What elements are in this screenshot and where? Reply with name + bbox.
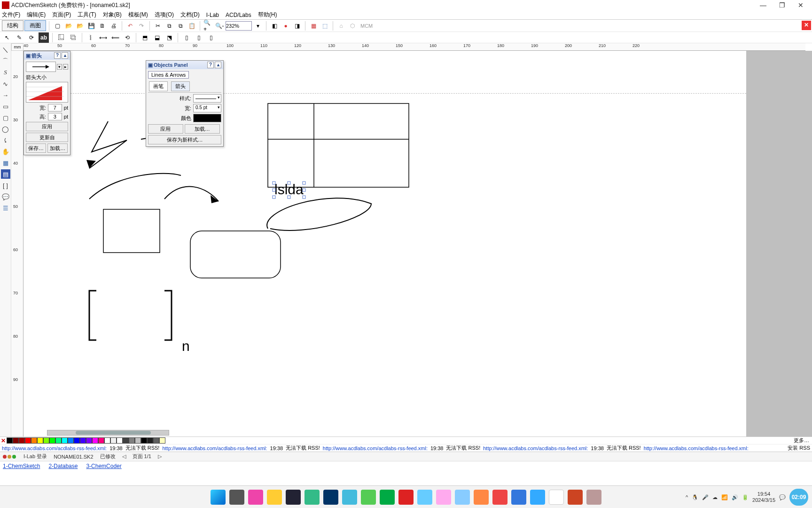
color-swatch[interactable] [74, 437, 80, 444]
pen-width-select[interactable]: 0.5 pt [193, 104, 221, 112]
curve-arrow[interactable] [164, 187, 219, 201]
menu-edit[interactable]: 编辑(E) [27, 11, 46, 19]
arrow-style-dropdown-icon[interactable]: ▾ [57, 64, 62, 70]
objects-load-button[interactable]: 加载… [185, 124, 220, 134]
menu-tools[interactable]: 工具(T) [78, 11, 96, 19]
app-icon-3[interactable] [304, 490, 320, 505]
zoom-input[interactable] [226, 21, 252, 31]
minimize-button[interactable]: — [754, 0, 773, 10]
no-color-icon[interactable]: ✕ [0, 437, 7, 444]
rss-link-5[interactable]: http://www.acdlabs.com/acdlabs-rss-feed.… [644, 445, 749, 451]
color-swatch[interactable] [110, 437, 117, 444]
menu-file[interactable]: 文件(F) [2, 11, 20, 19]
color-swatch[interactable] [129, 437, 135, 444]
callout-tool-icon[interactable]: 💬 [1, 192, 10, 201]
tray-time[interactable]: 19:54 [752, 491, 775, 497]
acd-taskbar-icon[interactable] [586, 490, 601, 505]
arrow-panel-title[interactable]: ▣ 箭头 ? ▴ [24, 51, 70, 60]
print-icon[interactable]: 🖨 [109, 21, 119, 31]
pen-color-select[interactable] [193, 114, 221, 122]
open-icon[interactable]: 📂 [63, 21, 74, 31]
arrow-panel[interactable]: ▣ 箭头 ? ▴ ▾ ▸ 箭头大小 宽: pt 高: pt [23, 51, 70, 155]
color-swatch[interactable] [7, 437, 13, 444]
curve-tool-icon[interactable]: ⤹ [1, 135, 10, 145]
redo-icon[interactable]: ↷ [136, 21, 147, 31]
color-swatch[interactable] [25, 437, 31, 444]
distribute1-icon[interactable]: ▯ [181, 32, 192, 43]
close-button[interactable]: ✕ [791, 0, 810, 10]
color-swatch[interactable] [68, 437, 74, 444]
tab-pen[interactable]: 画笔 [149, 81, 168, 91]
tray-chevron-icon[interactable]: ^ [686, 494, 688, 500]
arrow-width-input[interactable] [48, 104, 62, 111]
ungroup-icon[interactable]: ⿻ [68, 32, 78, 43]
copy-icon[interactable]: ⧉ [164, 21, 174, 31]
bracket-tool-icon[interactable]: [ ] [1, 181, 10, 190]
app-icon-8[interactable] [436, 490, 451, 505]
lines-arrows-button[interactable]: Lines & Arrows [148, 71, 189, 79]
menu-acdlabs[interactable]: ACD/Labs [226, 12, 251, 18]
undo-icon[interactable]: ↶ [125, 21, 135, 31]
taskview-icon[interactable] [229, 490, 244, 505]
menu-options[interactable]: 选项(O) [155, 11, 174, 19]
toggle1-icon[interactable]: ◧ [269, 21, 280, 31]
objects-panel[interactable]: ▣ Objects Panel ? ▴ Lines & Arrows 画笔 箭头… [146, 60, 224, 147]
color-swatch[interactable] [43, 437, 49, 444]
tray-volume-icon[interactable]: 🔊 [732, 494, 738, 500]
objects-apply-button[interactable]: 应用 [148, 124, 183, 134]
arrow-apply-button[interactable]: 应用 [26, 122, 68, 131]
tray-date[interactable]: 2024/3/15 [752, 497, 775, 503]
distribute2-icon[interactable]: ▯ [194, 32, 204, 43]
color-swatch[interactable] [117, 437, 123, 444]
menu-page[interactable]: 页面(P) [52, 11, 71, 19]
fill-tool-icon[interactable]: ✋ [1, 147, 10, 156]
rotate-tool-icon[interactable]: ⟳ [26, 32, 37, 43]
bracket-subscript[interactable]: n [182, 338, 190, 354]
wave-tool-icon[interactable]: ∿ [1, 79, 10, 88]
install-rss-link[interactable]: 安装 RSS [788, 444, 810, 452]
color-swatch[interactable] [19, 437, 25, 444]
arrow-style-preview[interactable] [26, 62, 56, 72]
app-icon-9[interactable] [455, 490, 470, 505]
arrow-save-button[interactable]: 保存… [26, 143, 46, 153]
clip-icon[interactable]: ⌂ [336, 21, 346, 31]
app-icon-1[interactable] [248, 490, 263, 505]
save-icon[interactable]: 💾 [86, 21, 96, 31]
panel-help-icon[interactable]: ? [54, 52, 61, 59]
arrow-tool-icon[interactable]: → [1, 90, 10, 100]
line-tool-icon[interactable]: ＼ [1, 45, 10, 55]
horizontal-scrollbar[interactable] [47, 430, 169, 436]
color-swatch[interactable] [62, 437, 68, 444]
drawn-table[interactable] [268, 103, 409, 187]
color-swatch[interactable] [92, 437, 98, 444]
color-swatch[interactable] [31, 437, 37, 444]
align-center-icon[interactable]: ⬓ [152, 32, 162, 43]
app-icon-10[interactable] [474, 490, 489, 505]
color-swatch[interactable] [55, 437, 62, 444]
color-swatch[interactable] [86, 437, 92, 444]
mode-chemsketch[interactable]: 1-ChemSketch [3, 463, 40, 469]
arrow-style-next-icon[interactable]: ▸ [63, 64, 68, 70]
tray-icon-1[interactable]: 🐧 [692, 494, 698, 500]
explorer-icon[interactable] [267, 490, 282, 505]
app-icon-2[interactable] [286, 490, 301, 505]
start-icon[interactable] [211, 490, 226, 505]
zoom-out-icon[interactable]: 🔍- [214, 21, 225, 31]
scrollbar-thumb[interactable] [76, 431, 151, 435]
layers-tool-icon[interactable]: ☰ [1, 203, 10, 213]
bracket-left[interactable] [89, 291, 96, 340]
app-icon-4[interactable] [342, 490, 357, 505]
color-swatch[interactable] [13, 437, 19, 444]
open2-icon[interactable]: 📂 [75, 21, 85, 31]
app-icon-11[interactable] [492, 490, 508, 505]
menu-object[interactable]: 对象(B) [103, 11, 122, 19]
chrome-icon[interactable] [549, 490, 564, 505]
status-prev-icon[interactable]: ◁ [122, 453, 126, 460]
color-swatch[interactable] [98, 437, 104, 444]
tray-notification-icon[interactable]: 💬 [779, 494, 786, 500]
wechat-icon[interactable] [380, 490, 395, 505]
drawn-rect[interactable] [103, 209, 160, 253]
flip-v-icon[interactable]: ⟸ [110, 32, 120, 43]
tray-wifi-icon[interactable]: 📶 [721, 494, 728, 500]
toggle2-icon[interactable]: ● [281, 21, 291, 31]
